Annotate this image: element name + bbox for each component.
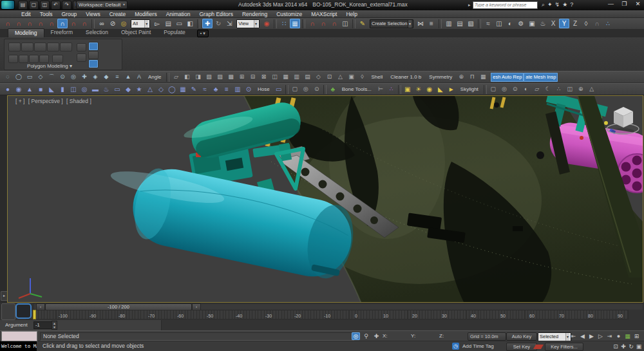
angle-button[interactable]: Angle	[144, 74, 165, 80]
key-filters-button[interactable]: Key Filters...	[545, 343, 583, 351]
separator[interactable]	[91, 19, 95, 28]
border-mode-button[interactable]	[34, 43, 46, 52]
viewport-menu-shading[interactable]: [ Shaded ]	[66, 98, 91, 104]
snap-toggle-4[interactable]: ∩	[35, 19, 46, 28]
cam-icon-2[interactable]: ◎	[499, 84, 509, 94]
item[interactable]: Animation	[162, 11, 195, 17]
subscription-center[interactable]: ✦	[547, 1, 553, 8]
prim-grid[interactable]: ▦	[178, 84, 188, 94]
time-config[interactable]: ⊡	[612, 343, 620, 350]
shrink-selection[interactable]: ◆	[101, 72, 111, 82]
hose-button[interactable]: Hose	[254, 86, 274, 92]
item[interactable]: Rendering	[238, 11, 272, 17]
prim-hose[interactable]: ≈	[200, 84, 210, 94]
item[interactable]: Selection	[79, 28, 115, 37]
poly-tool-16[interactable]: △	[335, 72, 345, 82]
bone-chain[interactable]: ⊢	[375, 84, 386, 94]
weld-tool[interactable]: ⊕	[456, 72, 466, 82]
open-mini-curve-editor-button[interactable]	[15, 303, 32, 319]
item[interactable]: Object Paint	[115, 28, 157, 37]
circle-region[interactable]: ◯	[14, 72, 24, 82]
maxscript-mini-listener-input[interactable]	[1, 331, 37, 341]
open-file[interactable]: ▢	[29, 1, 39, 10]
previous-frame[interactable]: ◀	[578, 332, 587, 340]
cam-icon-9[interactable]: ⊕	[576, 84, 586, 94]
snap-toggle-7[interactable]: ∩	[79, 19, 90, 28]
material-editor[interactable]: ◐	[505, 19, 515, 28]
spinner-snap-toggle[interactable]: ◫	[340, 19, 350, 28]
minimize-button[interactable]: —	[606, 1, 616, 7]
prim-spindle[interactable]: ◆	[123, 84, 133, 94]
pm-button-9[interactable]	[39, 55, 49, 63]
poly-tool-15[interactable]: ⊡	[324, 72, 334, 82]
axis-constraint-x[interactable]: X	[548, 19, 558, 28]
axis-constraint-y[interactable]: Y	[559, 19, 569, 28]
lasso-region[interactable]: ◌	[3, 72, 13, 82]
edit-named-selection-sets[interactable]: ✎	[357, 19, 368, 28]
ignore-backfacing[interactable]: ≡	[112, 72, 122, 82]
save-file[interactable]: ◫	[40, 1, 50, 10]
time-marker[interactable]	[33, 310, 36, 319]
loop-select[interactable]: ✚	[79, 72, 90, 82]
grow-selection[interactable]: ◈	[90, 72, 100, 82]
snap-toggle-6[interactable]: ∩	[68, 19, 79, 28]
prim-cylinder[interactable]: ▮	[57, 84, 68, 94]
select-and-scale[interactable]: ⇲	[224, 19, 234, 28]
poly-tool-5[interactable]: ▨	[214, 72, 225, 82]
prim-teapot[interactable]: ♨	[101, 84, 111, 94]
select-and-link[interactable]: ∞	[97, 19, 107, 28]
cam-icon-10[interactable]: △	[587, 84, 597, 94]
isolate-grid[interactable]: ▦	[623, 332, 632, 340]
pan-view[interactable]: ✚	[620, 343, 627, 350]
key-mode-toggle[interactable]: ●	[614, 332, 623, 340]
edge-mode-button[interactable]	[21, 43, 33, 52]
prim-box[interactable]: ■	[35, 84, 46, 94]
orbit-view[interactable]: ↻	[627, 343, 635, 350]
spinner-snap-dots[interactable]: ∴	[603, 19, 613, 28]
align[interactable]: ≡	[426, 19, 437, 28]
element-mode-button[interactable]	[60, 43, 72, 52]
item[interactable]: Populate	[157, 28, 192, 37]
grid-toggle[interactable]: ⊞	[632, 332, 641, 340]
help-menu[interactable]: ?	[570, 1, 573, 8]
isolate-tool[interactable]: ▲	[123, 72, 133, 82]
poly-tool-14[interactable]: ◇	[313, 72, 323, 82]
prim-pyramid[interactable]: ◣	[46, 84, 57, 94]
item[interactable]: Group	[57, 11, 82, 17]
mirror[interactable]: ⋈	[415, 19, 426, 28]
search-toggle-icon[interactable]: ▸	[468, 3, 473, 8]
undo[interactable]: ↶	[51, 1, 61, 10]
search-input[interactable]	[473, 1, 538, 9]
workspace-dropdown[interactable]: Workspace: Default▾	[76, 1, 128, 9]
poly-tool-11[interactable]: ▦	[280, 72, 290, 82]
bind-to-space-warp[interactable]: ◎	[118, 19, 129, 28]
argument-spinner[interactable]: ▲▼	[52, 321, 57, 330]
shell-button[interactable]: Shell	[367, 74, 386, 80]
cam-icon-4[interactable]: ◐	[521, 84, 531, 94]
reference-coordinate-dropdown[interactable]: View▾	[236, 19, 260, 28]
prim-point[interactable]: ⊙	[243, 84, 254, 94]
percent-snap-toggle[interactable]: ∩	[329, 19, 339, 28]
rect-region[interactable]: ▭	[24, 72, 35, 82]
mesh-auto-repair-button[interactable]: esh Auto Rep	[491, 73, 524, 82]
use-pivot-point-center[interactable]: ◉	[261, 19, 272, 28]
prim-gengon[interactable]: ◇	[156, 84, 166, 94]
cam-icon-7[interactable]: ∴	[554, 84, 564, 94]
separator[interactable]	[478, 19, 481, 28]
cam-icon-5[interactable]: ▱	[532, 84, 542, 94]
maxscript-mini-listener-output[interactable]: Welcome to MAXScript	[0, 341, 37, 351]
prim-capsule[interactable]: ▭	[112, 84, 122, 94]
unlink-selection[interactable]: ⊘	[108, 19, 118, 28]
poly-tool-12[interactable]: ▥	[291, 72, 301, 82]
item[interactable]: Edit	[17, 11, 35, 17]
rectangular-selection-region[interactable]: ▭	[174, 19, 184, 28]
next-frame[interactable]: ▷	[596, 332, 605, 340]
perspective-viewport[interactable]	[7, 95, 643, 303]
poly-tool-10[interactable]: ◫	[269, 72, 279, 82]
corner-widget[interactable]	[1, 303, 15, 320]
pm-button-7[interactable]	[19, 55, 28, 63]
snap-toggle-gray[interactable]: ∩	[592, 19, 602, 28]
fence-region[interactable]: ◇	[35, 72, 46, 82]
soft-selection[interactable]: ⊙	[57, 72, 68, 82]
select-by-name[interactable]: ▤	[163, 19, 173, 28]
